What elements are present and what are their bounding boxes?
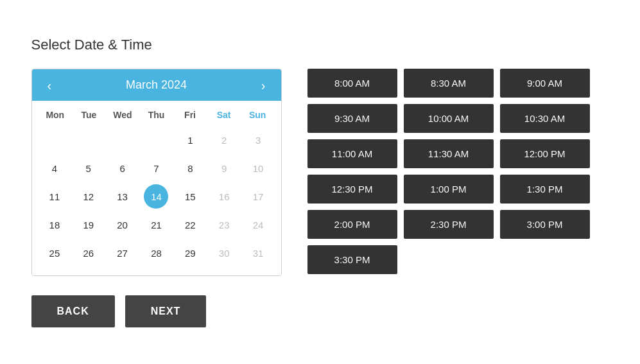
calendar-cell[interactable]: 1: [178, 128, 202, 152]
calendar-cell: 31: [246, 241, 270, 265]
calendar-cell[interactable]: 12: [76, 184, 101, 209]
time-slot-button[interactable]: 10:00 AM: [404, 104, 494, 133]
time-slot-button[interactable]: 2:30 PM: [404, 210, 494, 239]
calendar-cell: 30: [212, 241, 236, 265]
calendar-cell: 23: [212, 212, 236, 237]
next-month-button[interactable]: ›: [256, 79, 271, 92]
calendar-days-header: MonTueWedThuFriSatSun: [39, 101, 275, 126]
next-button[interactable]: NEXT: [125, 295, 207, 327]
time-slot-button[interactable]: 8:00 AM: [307, 69, 397, 98]
time-slot-button[interactable]: 3:30 PM: [307, 245, 397, 274]
calendar: ‹ March 2024 › MonTueWedThuFriSatSun 123…: [31, 69, 282, 276]
calendar-cell: 10: [246, 156, 270, 180]
calendar-cell[interactable]: 15: [178, 184, 202, 209]
calendar-cell: 2: [212, 128, 236, 152]
time-slot-button[interactable]: 2:00 PM: [307, 210, 397, 239]
calendar-month-year: March 2024: [126, 78, 187, 92]
day-name-tue: Tue: [72, 107, 106, 123]
day-name-sat: Sat: [207, 107, 241, 123]
day-name-mon: Mon: [39, 107, 73, 123]
bottom-buttons: BACK NEXT: [31, 295, 609, 327]
prev-month-button[interactable]: ‹: [42, 79, 57, 92]
time-slot-button[interactable]: 9:30 AM: [307, 104, 397, 133]
calendar-cell[interactable]: 19: [76, 212, 101, 237]
time-slot-button[interactable]: 11:30 AM: [404, 139, 494, 168]
time-slot-button[interactable]: 10:30 AM: [500, 104, 590, 133]
calendar-cell[interactable]: 14: [144, 184, 168, 209]
calendar-cell: 16: [212, 184, 236, 209]
calendar-cell[interactable]: 5: [76, 156, 101, 180]
calendar-cell: 24: [246, 212, 270, 237]
page-title: Select Date & Time: [31, 37, 609, 53]
calendar-cell[interactable]: 26: [76, 241, 101, 265]
calendar-cell[interactable]: 22: [178, 212, 202, 237]
calendar-cell[interactable]: 8: [178, 156, 202, 180]
calendar-cell: 9: [212, 156, 236, 180]
calendar-cell[interactable]: 28: [144, 241, 168, 265]
day-name-fri: Fri: [173, 107, 207, 123]
calendar-cell[interactable]: 4: [42, 156, 67, 180]
time-slots-grid: 8:00 AM8:30 AM9:00 AM9:30 AM10:00 AM10:3…: [307, 69, 590, 274]
time-slot-button[interactable]: 9:00 AM: [500, 69, 590, 98]
time-slot-button[interactable]: 1:30 PM: [500, 175, 590, 204]
main-content: ‹ March 2024 › MonTueWedThuFriSatSun 123…: [31, 69, 609, 276]
time-slot-button[interactable]: 8:30 AM: [404, 69, 494, 98]
calendar-cell[interactable]: 11: [42, 184, 67, 209]
calendar-cell[interactable]: 20: [110, 212, 135, 237]
calendar-grid: MonTueWedThuFriSatSun 123456789101112131…: [32, 101, 281, 275]
calendar-cell[interactable]: 27: [110, 241, 135, 265]
day-name-sun: Sun: [241, 107, 275, 123]
day-name-thu: Thu: [139, 107, 173, 123]
calendar-cell: [76, 128, 101, 152]
calendar-cell: [42, 128, 67, 152]
calendar-header: ‹ March 2024 ›: [32, 69, 281, 101]
calendar-cell[interactable]: 6: [110, 156, 135, 180]
calendar-cell: 3: [246, 128, 270, 152]
calendar-cell[interactable]: 18: [42, 212, 67, 237]
calendar-cell: 17: [246, 184, 270, 209]
time-slot-button[interactable]: 11:00 AM: [307, 139, 397, 168]
time-slot-button[interactable]: 12:00 PM: [500, 139, 590, 168]
time-slot-button[interactable]: 12:30 PM: [307, 175, 397, 204]
calendar-cell: [110, 128, 135, 152]
calendar-cell[interactable]: 21: [144, 212, 168, 237]
calendar-cells: 1234567891011121314151617181920212223242…: [39, 126, 275, 266]
back-button[interactable]: BACK: [31, 295, 115, 327]
calendar-cell[interactable]: 13: [110, 184, 135, 209]
calendar-cell[interactable]: 7: [144, 156, 168, 180]
calendar-cell: [144, 128, 168, 152]
calendar-cell[interactable]: 29: [178, 241, 202, 265]
time-slot-button[interactable]: 1:00 PM: [404, 175, 494, 204]
time-slot-button[interactable]: 3:00 PM: [500, 210, 590, 239]
day-name-wed: Wed: [106, 107, 140, 123]
calendar-cell[interactable]: 25: [42, 241, 67, 265]
